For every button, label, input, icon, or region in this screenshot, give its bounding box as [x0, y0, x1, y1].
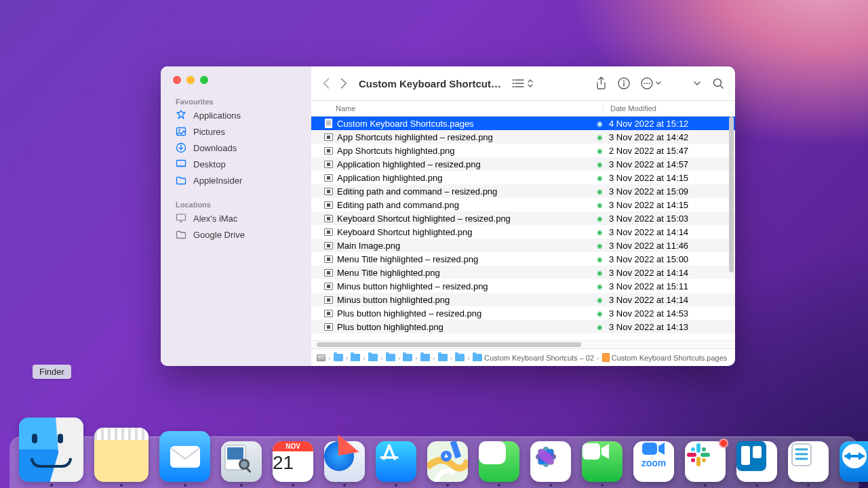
path-segment[interactable]	[334, 354, 343, 361]
forward-button[interactable]	[340, 77, 348, 89]
sidebar-item-applications[interactable]: Applications	[161, 107, 311, 123]
dock-app-preview[interactable]	[221, 441, 262, 487]
dock-app-messages[interactable]	[479, 441, 519, 487]
column-headers[interactable]: Name Date Modified	[311, 100, 735, 117]
path-segment[interactable]	[455, 354, 465, 361]
window-controls	[161, 76, 311, 94]
dock-app-zoom[interactable]: zoom	[633, 441, 674, 487]
file-row[interactable]: Keyboard Shortcut highlighted – resized.…	[311, 211, 735, 225]
sidebar-item-downloads[interactable]: Downloads	[161, 140, 311, 156]
toolbar-overflow-button[interactable]	[693, 81, 701, 86]
sidebar-section-locations: Locations	[161, 197, 311, 210]
vertical-scrollbar[interactable]	[729, 117, 734, 272]
svg-point-7	[623, 81, 625, 82]
minimize-button[interactable]	[186, 76, 195, 84]
horizontal-scrollbar-track[interactable]	[311, 340, 735, 348]
running-indicator	[240, 484, 243, 487]
file-row[interactable]: Custom Keyboard Shortcuts.pages◉4 Nov 20…	[311, 117, 735, 130]
chevron-right-icon: ›	[328, 354, 331, 362]
dock-app-finder[interactable]	[19, 418, 83, 487]
path-segment[interactable]	[403, 354, 412, 361]
dock-app-safari[interactable]	[324, 441, 365, 487]
running-indicator	[859, 484, 861, 487]
file-name: Application highlighted – resized.png	[337, 159, 481, 169]
file-row[interactable]: Plus button highlighted – resized.png◉3 …	[311, 306, 735, 320]
sync-status-icon: ◉	[593, 296, 606, 304]
svg-rect-29	[583, 443, 600, 460]
dock-app-calendar[interactable]: NOV21	[273, 441, 313, 487]
facetime-icon	[582, 441, 623, 482]
sidebar-item-appleinsider[interactable]: AppleInsider	[161, 172, 311, 188]
file-row[interactable]: Main Image.png◉3 Nov 2022 at 11:46	[311, 239, 735, 252]
image-file-icon	[324, 147, 333, 155]
file-row[interactable]: Application highlighted – resized.png◉3 …	[311, 157, 735, 171]
path-segment[interactable]: Custom Keyboard Shortcuts.pages	[602, 353, 728, 362]
pages-document-icon	[602, 353, 610, 362]
file-row[interactable]: App Shortcuts highlighted – resized.png◉…	[311, 130, 735, 144]
action-button[interactable]	[641, 77, 662, 89]
chevron-right-icon: ›	[597, 354, 599, 362]
file-row[interactable]: Editing path and command.png◉3 Nov 2022 …	[311, 198, 735, 211]
file-row[interactable]: Editing path and command – resized.png◉3…	[311, 184, 735, 198]
view-options-button[interactable]	[512, 79, 534, 88]
window-title: Custom Keyboard Shortcut…	[359, 78, 501, 89]
horizontal-scrollbar-thumb[interactable]	[317, 342, 581, 347]
path-segment[interactable]	[351, 354, 360, 361]
sidebar-item-desktop[interactable]: Desktop	[161, 156, 311, 172]
sync-status-icon: ◉	[593, 134, 606, 141]
running-indicator	[704, 484, 707, 487]
sync-status-icon: ◉	[593, 283, 606, 290]
close-button[interactable]	[173, 76, 181, 84]
column-name[interactable]: Name	[311, 104, 603, 113]
file-list: Custom Keyboard Shortcuts.pages◉4 Nov 20…	[311, 117, 735, 340]
sidebar-item-google-drive[interactable]: Google Drive	[161, 226, 311, 243]
image-file-icon	[324, 188, 333, 195]
path-segment[interactable]	[368, 354, 378, 361]
sync-status-icon: ◉	[593, 120, 606, 127]
dock-app-slack[interactable]	[685, 441, 726, 487]
file-row[interactable]: Plus button highlighted.png◉3 Nov 2022 a…	[311, 320, 735, 333]
dock-app-facetime[interactable]	[582, 441, 623, 487]
image-file-icon	[324, 323, 333, 331]
share-button[interactable]	[595, 77, 607, 90]
search-button[interactable]	[712, 77, 724, 89]
back-button[interactable]	[322, 77, 330, 89]
dock-app-notes[interactable]	[94, 428, 149, 487]
running-indicator	[549, 484, 552, 487]
things-icon	[788, 441, 829, 482]
file-name: Menu Title highlighted.png	[337, 268, 440, 278]
column-date-modified[interactable]: Date Modified	[603, 104, 735, 113]
sidebar-item-alex-s-imac[interactable]: Alex's iMac	[161, 210, 311, 226]
file-row[interactable]: Menu Title highlighted – resized.png◉3 N…	[311, 252, 735, 266]
file-row[interactable]: Keyboard Shortcut highlighted.png◉3 Nov …	[311, 225, 735, 239]
dock-app-teamviewer[interactable]	[840, 441, 868, 487]
zoom-button[interactable]	[200, 76, 208, 84]
svg-point-11	[648, 83, 650, 84]
path-label: Custom Keyboard Shortcuts.pages	[612, 354, 728, 362]
running-indicator	[343, 484, 346, 487]
file-row[interactable]: Minus button highlighted.png◉3 Nov 2022 …	[311, 293, 735, 306]
dock-app-trello[interactable]	[736, 441, 777, 487]
sidebar-item-label: Alex's iMac	[193, 214, 237, 224]
dock-app-mail[interactable]	[159, 431, 210, 487]
dock-app-appstore[interactable]	[376, 441, 416, 487]
path-segment[interactable]	[317, 354, 326, 361]
file-date: 3 Nov 2022 at 15:11	[606, 281, 735, 291]
dock-app-photos[interactable]	[530, 441, 571, 487]
file-row[interactable]: Minus button highlighted – resized.png◉3…	[311, 279, 735, 293]
file-row[interactable]: Application highlighted.png◉3 Nov 2022 a…	[311, 171, 735, 184]
path-segment[interactable]	[420, 354, 430, 361]
folder-icon	[403, 354, 412, 361]
dock-app-maps[interactable]	[427, 441, 468, 487]
info-button[interactable]	[618, 77, 630, 89]
path-segment[interactable]: Custom Keyboard Shortcuts – 02	[473, 354, 594, 362]
file-row[interactable]: Menu Title highlighted.png◉3 Nov 2022 at…	[311, 266, 735, 279]
path-segment[interactable]	[438, 354, 448, 361]
sidebar-item-pictures[interactable]: Pictures	[161, 123, 311, 140]
path-segment[interactable]	[386, 354, 395, 361]
folder-icon	[420, 354, 430, 361]
sync-status-icon: ◉	[593, 161, 606, 168]
dock-app-things[interactable]	[788, 441, 829, 487]
path-bar[interactable]: ››››››››› Custom Keyboard Shortcuts – 02…	[311, 348, 735, 366]
file-row[interactable]: App Shortcuts highlighted.png◉2 Nov 2022…	[311, 144, 735, 157]
